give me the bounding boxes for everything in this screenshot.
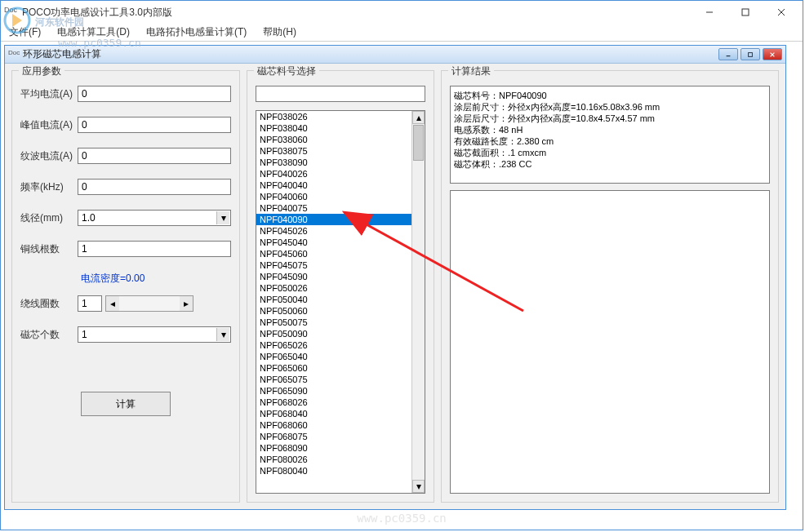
list-item[interactable]: NPF040075: [256, 202, 411, 214]
list-item[interactable]: NPF050075: [256, 317, 411, 328]
result-blank-area: [450, 190, 770, 494]
result-text: 磁芯料号：NPF040090 涂层前尺寸：外径x内径x高度=10.16x5.08…: [450, 86, 770, 184]
close-button[interactable]: [763, 4, 799, 20]
list-item[interactable]: NPF068060: [256, 419, 411, 431]
list-item[interactable]: NPF045026: [256, 225, 411, 237]
list-item[interactable]: NPF038040: [256, 122, 411, 134]
list-item[interactable]: NPF038060: [256, 134, 411, 145]
list-item[interactable]: NPF040040: [256, 180, 411, 191]
current-density-text: 电流密度=0.00: [81, 272, 231, 286]
list-item[interactable]: NPF038026: [256, 111, 411, 122]
list-item[interactable]: NPF065026: [256, 339, 411, 351]
list-item[interactable]: NPF038075: [256, 145, 411, 157]
params-group: 应用参数 平均电流(A) 峰值电流(A) 纹波电流(A) 频率(kHz: [11, 70, 240, 503]
core-group-title: 磁芯料号选择: [254, 64, 319, 78]
menu-file[interactable]: 文件(F): [6, 24, 44, 41]
list-item[interactable]: NPF068040: [256, 408, 411, 419]
menu-help[interactable]: 帮助(H): [260, 24, 300, 41]
main-window-title: POCO功率电感设计工具3.0内部版: [22, 6, 692, 20]
params-group-title: 应用参数: [19, 64, 64, 78]
menubar: 文件(F) 电感计算工具(D) 电路拓扑电感量计算(T) 帮助(H): [1, 24, 803, 42]
list-item[interactable]: NPF068090: [256, 442, 411, 454]
child-window-icon: Doc: [8, 49, 20, 60]
dropdown-arrow-icon: ▾: [216, 211, 229, 224]
turns-scrollbar[interactable]: ◂ ▸: [105, 295, 193, 312]
turns-input[interactable]: [78, 295, 102, 312]
child-titlebar: Doc 环形磁芯电感计算: [5, 46, 785, 64]
list-item[interactable]: NPF050040: [256, 294, 411, 305]
list-item[interactable]: NPF045090: [256, 271, 411, 282]
list-item[interactable]: NPF045040: [256, 237, 411, 248]
arrow-right-icon[interactable]: ▸: [180, 296, 193, 311]
maximize-button[interactable]: [727, 4, 763, 20]
wire-dia-value: 1.0: [82, 212, 96, 224]
list-item[interactable]: NPF050060: [256, 305, 411, 317]
core-scrollbar[interactable]: ▴ ▾: [411, 111, 425, 493]
peak-current-input[interactable]: [78, 117, 231, 133]
freq-label: 频率(kHz): [20, 180, 78, 194]
core-search-input[interactable]: [256, 86, 425, 102]
mdi-area: Doc 环形磁芯电感计算 应用参数 平均电流(A) 峰: [1, 42, 803, 530]
peak-current-label: 峰值电流(A): [20, 118, 78, 132]
list-item[interactable]: NPF050090: [256, 328, 411, 339]
dropdown-arrow-icon: ▾: [216, 328, 229, 341]
list-item[interactable]: NPF038090: [256, 157, 411, 168]
core-group: 磁芯料号选择 NPF038026NPF038040NPF038060NPF038…: [247, 70, 434, 503]
result-group: 计算结果 磁芯料号：NPF040090 涂层前尺寸：外径x内径x高度=10.16…: [441, 70, 779, 503]
list-item[interactable]: NPF040026: [256, 168, 411, 180]
scrollbar-track[interactable]: [119, 296, 180, 311]
scrollbar-thumb[interactable]: [413, 125, 424, 161]
main-titlebar: Doc POCO功率电感设计工具3.0内部版: [1, 1, 803, 24]
list-item[interactable]: NPF050026: [256, 282, 411, 294]
ripple-current-label: 纹波电流(A): [20, 149, 78, 163]
wire-count-label: 铜线根数: [20, 242, 78, 256]
core-listbox[interactable]: NPF038026NPF038040NPF038060NPF038075NPF0…: [256, 111, 411, 493]
list-item[interactable]: NPF068026: [256, 397, 411, 408]
list-item[interactable]: NPF065075: [256, 374, 411, 385]
ripple-current-input[interactable]: [78, 148, 231, 164]
svg-rect-7: [749, 52, 753, 56]
app-icon: Doc: [4, 6, 17, 19]
child-maximize-button[interactable]: [741, 48, 760, 60]
child-window: Doc 环形磁芯电感计算 应用参数 平均电流(A) 峰: [4, 45, 786, 510]
list-item[interactable]: NPF065090: [256, 385, 411, 397]
core-count-label: 磁芯个数: [20, 328, 78, 342]
core-count-select[interactable]: 1 ▾: [78, 326, 231, 343]
freq-input[interactable]: [78, 179, 231, 195]
list-item[interactable]: NPF045060: [256, 248, 411, 259]
list-item[interactable]: NPF080026: [256, 454, 411, 465]
avg-current-label: 平均电流(A): [20, 87, 78, 101]
menu-calc-tool[interactable]: 电感计算工具(D): [54, 24, 133, 41]
list-item[interactable]: NPF065040: [256, 351, 411, 362]
child-window-title: 环形磁芯电感计算: [23, 47, 718, 61]
minimize-button[interactable]: [692, 4, 727, 20]
child-close-button[interactable]: [763, 48, 782, 60]
list-item[interactable]: NPF068075: [256, 431, 411, 442]
turns-label: 绕线圈数: [20, 297, 78, 311]
child-minimize-button[interactable]: [718, 48, 738, 60]
list-item[interactable]: NPF065060: [256, 362, 411, 374]
list-item[interactable]: NPF045075: [256, 259, 411, 271]
list-item[interactable]: NPF040060: [256, 191, 411, 202]
result-group-title: 计算结果: [448, 64, 494, 78]
scroll-up-icon[interactable]: ▴: [412, 111, 425, 124]
wire-dia-label: 线径(mm): [20, 211, 78, 225]
scroll-down-icon[interactable]: ▾: [412, 480, 425, 493]
wire-dia-select[interactable]: 1.0 ▾: [78, 210, 231, 226]
list-item[interactable]: NPF040090: [256, 214, 411, 225]
wire-count-input[interactable]: [78, 241, 231, 257]
arrow-left-icon[interactable]: ◂: [106, 296, 119, 311]
list-item[interactable]: NPF080040: [256, 465, 411, 477]
main-window: Doc POCO功率电感设计工具3.0内部版 文件(F) 电感计算工具(D) 电…: [0, 0, 803, 530]
menu-topo-calc[interactable]: 电路拓扑电感量计算(T): [143, 24, 250, 41]
calculate-button[interactable]: 计算: [81, 392, 171, 416]
svg-rect-1: [742, 9, 749, 16]
avg-current-input[interactable]: [78, 86, 231, 102]
core-count-value: 1: [82, 329, 87, 340]
